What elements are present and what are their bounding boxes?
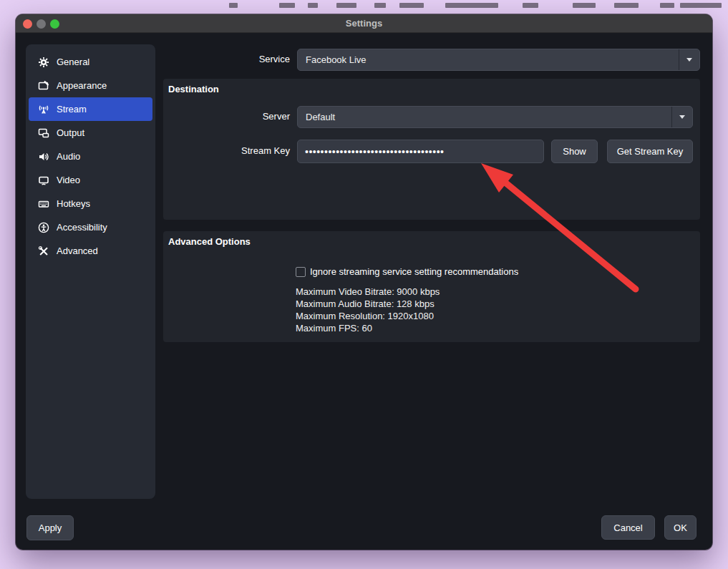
sidebar-item-video[interactable]: Video (29, 168, 152, 192)
audio-speaker-icon (37, 151, 49, 162)
max-audio-bitrate: Maximum Audio Bitrate: 128 kbps (296, 298, 440, 310)
stream-key-label: Stream Key (147, 145, 290, 156)
sidebar-item-hotkeys[interactable]: Hotkeys (29, 192, 152, 215)
settings-sidebar: General Appearance (26, 44, 155, 499)
advanced-tools-icon (37, 245, 49, 257)
ignore-recommendations-label[interactable]: Ignore streaming service setting recomme… (310, 266, 518, 278)
cancel-button[interactable]: Cancel (601, 515, 655, 540)
sidebar-item-label: Accessibility (57, 222, 107, 233)
apply-button[interactable]: Apply (26, 515, 74, 540)
sidebar-item-advanced[interactable]: Advanced (29, 239, 152, 263)
service-select[interactable]: Facebook Live (297, 49, 700, 71)
sidebar-item-audio[interactable]: Audio (29, 145, 152, 168)
server-select[interactable]: Default (297, 106, 693, 128)
appearance-icon (37, 80, 49, 92)
service-label: Service (147, 54, 290, 64)
ignore-recommendations-checkbox[interactable] (296, 267, 306, 277)
server-label: Server (147, 111, 290, 122)
service-selected-value: Facebook Live (298, 54, 679, 65)
settings-window: Settings General (16, 14, 712, 550)
sidebar-item-appearance[interactable]: Appearance (29, 74, 152, 97)
sidebar-item-label: General (57, 57, 89, 67)
ok-button[interactable]: OK (664, 515, 697, 540)
chevron-down-icon[interactable] (671, 107, 692, 127)
max-fps: Maximum FPS: 60 (296, 322, 440, 334)
window-title: Settings (16, 14, 712, 33)
chevron-down-icon[interactable] (679, 49, 699, 70)
gear-icon (37, 57, 49, 68)
stream-antenna-icon (37, 104, 49, 115)
keyboard-icon (37, 198, 49, 210)
sidebar-item-label: Appearance (57, 80, 107, 91)
server-selected-value: Default (298, 112, 671, 122)
max-video-bitrate: Maximum Video Bitrate: 9000 kbps (296, 286, 440, 298)
output-icon (37, 127, 49, 139)
sidebar-item-output[interactable]: Output (29, 121, 152, 145)
sidebar-item-label: Output (57, 127, 84, 138)
get-stream-key-button[interactable]: Get Stream Key (607, 140, 693, 163)
title-bar[interactable]: Settings (16, 14, 712, 33)
max-resolution: Maximum Resolution: 1920x1080 (296, 310, 440, 322)
stream-key-field[interactable] (297, 140, 544, 163)
sidebar-item-label: Audio (57, 151, 80, 162)
sidebar-item-stream[interactable]: Stream (29, 97, 152, 121)
sidebar-item-label: Hotkeys (57, 198, 90, 209)
show-stream-key-button[interactable]: Show (551, 140, 598, 163)
service-limits-info: Maximum Video Bitrate: 9000 kbps Maximum… (296, 286, 440, 334)
sidebar-item-label: Video (57, 175, 80, 185)
sidebar-item-accessibility[interactable]: Accessibility (29, 215, 152, 239)
destination-header: Destination (163, 79, 700, 94)
accessibility-icon (37, 222, 49, 233)
sidebar-item-label: Stream (57, 104, 87, 115)
advanced-options-header: Advanced Options (163, 231, 700, 247)
sidebar-item-label: Advanced (57, 245, 98, 256)
video-monitor-icon (37, 175, 49, 186)
sidebar-item-general[interactable]: General (29, 50, 152, 74)
